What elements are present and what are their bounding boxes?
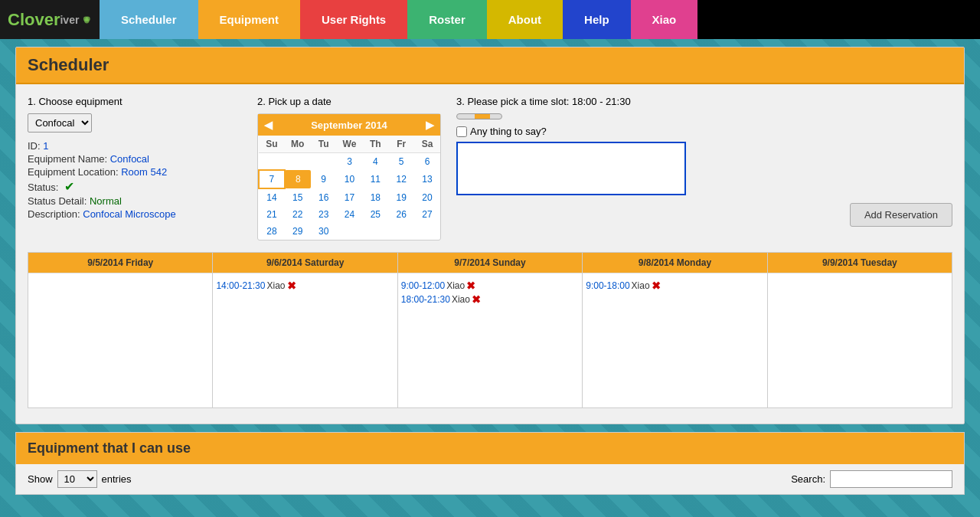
equipment-location-row: Equipment Location: Room 542	[28, 166, 242, 178]
step1-label: 1. Choose equipment	[28, 96, 242, 107]
delete-reservation-button[interactable]: ✖	[466, 280, 475, 292]
cal-day-cell[interactable]: 4	[362, 153, 388, 171]
nav-scheduler[interactable]: Scheduler	[100, 0, 198, 39]
entries-select[interactable]: 10 25 50 100	[57, 470, 97, 488]
nav-xiao[interactable]: Xiao	[631, 0, 698, 39]
search-box: Search:	[791, 470, 952, 488]
delete-reservation-button[interactable]: ✖	[472, 293, 481, 306]
cal-day-cell[interactable]: 6	[414, 153, 440, 171]
cal-day-cell[interactable]: 17	[337, 188, 363, 206]
day-header: 9/5/2014 Friday	[28, 253, 212, 273]
bottom-title: Equipment that I can use	[16, 433, 964, 464]
cal-day-cell[interactable]: 26	[388, 206, 414, 223]
day-body: 14:00-21:30 Xiao✖	[213, 273, 397, 407]
calendar: ◀ September 2014 ▶ SuMoTuWeThFrSa 345678…	[257, 113, 441, 241]
nav-equipment[interactable]: Equipment	[198, 0, 301, 39]
notes-label: Any thing to say?	[470, 126, 547, 137]
cal-day-cell[interactable]: 24	[337, 206, 363, 223]
cal-day-cell[interactable]: 9	[311, 170, 337, 188]
notes-checkbox[interactable]	[456, 126, 467, 137]
bottom-section: Equipment that I can use Show 10 25 50 1…	[15, 432, 965, 495]
step2-label: 2. Pick up a date	[257, 96, 441, 107]
equipment-select-row: Confocal	[28, 113, 242, 133]
logo: Cloveriver	[0, 0, 100, 39]
cal-day-cell[interactable]: 20	[414, 188, 440, 206]
cal-day-cell[interactable]: 18	[362, 188, 388, 206]
cal-day-cell	[259, 153, 285, 171]
next-month-button[interactable]: ▶	[426, 119, 434, 131]
reservation-time: 18:00-21:30	[401, 294, 450, 305]
cal-day-cell[interactable]: 11	[362, 170, 388, 188]
cal-day-cell[interactable]: 12	[388, 170, 414, 188]
cal-day-cell[interactable]: 7	[259, 170, 285, 188]
reservation-entry: 9:00-12:00 Xiao✖	[401, 280, 579, 292]
weekly-grid: 9/5/2014 Friday9/6/2014 Saturday14:00-21…	[28, 252, 952, 408]
equipment-dropdown[interactable]: Confocal	[28, 113, 92, 133]
cal-day-cell[interactable]: 10	[337, 170, 363, 188]
equipment-id: ID: 1	[28, 140, 242, 152]
cal-day-cell[interactable]: 3	[337, 153, 363, 171]
cal-day-cell[interactable]: 8	[285, 170, 311, 188]
delete-reservation-button[interactable]: ✖	[652, 280, 661, 292]
nav-userrights[interactable]: User Rights	[300, 0, 407, 39]
nav-about[interactable]: About	[487, 0, 563, 39]
reservation-time: 9:00-18:00	[586, 280, 629, 291]
cal-day-header: Su	[259, 136, 285, 153]
equipment-status-row: Status: ✔	[28, 179, 242, 194]
search-label: Search:	[791, 473, 825, 485]
cal-day-header: Tu	[311, 136, 337, 153]
day-column: 9/9/2014 Tuesday	[768, 253, 952, 407]
cal-day-cell[interactable]: 23	[311, 206, 337, 223]
cal-day-cell[interactable]: 19	[388, 188, 414, 206]
cal-day-cell[interactable]: 30	[311, 223, 337, 240]
search-input[interactable]	[830, 470, 952, 488]
cal-day-cell[interactable]: 28	[259, 223, 285, 240]
cal-day-cell[interactable]: 16	[311, 188, 337, 206]
logo-text: Clover	[8, 10, 60, 30]
equipment-status-detail-row: Status Detail: Normal	[28, 195, 242, 207]
cal-day-cell[interactable]: 22	[285, 206, 311, 223]
status-icon: ✔	[64, 179, 74, 194]
reservation-entry: 14:00-21:30 Xiao✖	[216, 280, 394, 292]
nav-help[interactable]: Help	[563, 0, 631, 39]
cal-day-cell[interactable]: 29	[285, 223, 311, 240]
svg-point-2	[85, 18, 90, 23]
cal-day-cell[interactable]: 14	[259, 188, 285, 206]
day-column: 9/8/2014 Monday9:00-18:00 Xiao✖	[583, 253, 767, 407]
equipment-name-row: Equipment Name: Confocal	[28, 153, 242, 165]
navbar: Cloveriver Scheduler Equipment User Righ…	[0, 0, 980, 39]
notes-label-row: Any thing to say?	[456, 126, 952, 137]
cal-day-cell[interactable]: 25	[362, 206, 388, 223]
day-header: 9/6/2014 Saturday	[213, 253, 397, 273]
cal-day-cell[interactable]: 15	[285, 188, 311, 206]
reservation-user: Xiao	[266, 280, 285, 291]
nav-roster[interactable]: Roster	[407, 0, 487, 39]
status-detail-value: Normal	[90, 195, 122, 207]
cal-day-header: Mo	[285, 136, 311, 153]
day-body: 9:00-18:00 Xiao✖	[583, 273, 766, 407]
prev-month-button[interactable]: ◀	[264, 119, 273, 131]
cal-day-cell[interactable]: 13	[414, 170, 440, 188]
logo-icon	[82, 12, 92, 28]
bottom-controls: Show 10 25 50 100 entries Search:	[16, 464, 964, 494]
equipment-info: ID: 1 Equipment Name: Confocal Equipment…	[28, 140, 242, 220]
cal-day-cell[interactable]: 21	[259, 206, 285, 223]
cal-day-cell[interactable]: 27	[414, 206, 440, 223]
calendar-grid: SuMoTuWeThFrSa 3456789101112131415161718…	[258, 136, 440, 240]
day-header: 9/9/2014 Tuesday	[768, 253, 952, 273]
day-header: 9/8/2014 Monday	[583, 253, 766, 273]
reservation-user: Xiao	[446, 280, 465, 291]
cal-day-cell	[414, 223, 440, 240]
add-reservation-button[interactable]: Add Reservation	[850, 203, 952, 227]
time-slider[interactable]	[456, 113, 502, 119]
delete-reservation-button[interactable]: ✖	[287, 280, 296, 292]
calendar-month-year: September 2014	[311, 119, 387, 131]
reservation-user: Xiao	[452, 294, 470, 305]
timeslot-row	[456, 113, 952, 119]
nav-items: Scheduler Equipment User Rights Roster A…	[100, 0, 697, 39]
cal-day-cell[interactable]: 5	[388, 153, 414, 171]
notes-textarea[interactable]	[456, 142, 686, 195]
day-body: 9:00-12:00 Xiao✖18:00-21:30 Xiao✖	[398, 273, 582, 407]
entries-label: entries	[102, 473, 132, 485]
cal-day-header: We	[337, 136, 363, 153]
